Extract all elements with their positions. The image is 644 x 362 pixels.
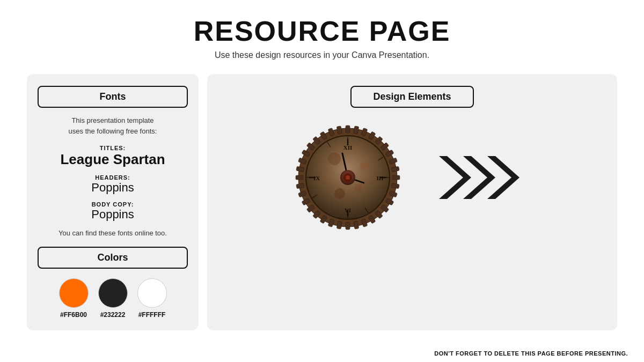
fonts-description: This presentation template uses the foll… xyxy=(38,115,188,136)
body-font-name: Poppins xyxy=(38,208,188,221)
headers-font-name: Poppins xyxy=(38,181,188,195)
gear-clock-image: XII III VI IX xyxy=(294,124,401,231)
white-hex: #FFFFFF xyxy=(138,311,166,319)
svg-rect-28 xyxy=(296,175,303,180)
colors-label: Colors xyxy=(97,252,128,263)
page-title: RESOURCE PAGE xyxy=(194,15,451,47)
svg-rect-1 xyxy=(346,125,350,133)
svg-point-40 xyxy=(334,188,345,199)
color-swatches: #FF6B00 #232222 #FFFFFF xyxy=(38,278,188,319)
svg-marker-64 xyxy=(439,156,471,199)
colors-section-box: Colors xyxy=(38,247,188,269)
swatch-dark: #232222 xyxy=(98,278,128,319)
headers-font-entry: HEADERS: Poppins xyxy=(38,174,188,195)
svg-text:IX: IX xyxy=(313,175,320,181)
orange-hex: #FF6B00 xyxy=(60,311,87,319)
right-panel: Design Elements xyxy=(207,74,617,330)
headers-label: HEADERS: xyxy=(38,174,188,181)
dark-hex: #232222 xyxy=(100,311,126,319)
page-header: RESOURCE PAGE Use these design resources… xyxy=(194,0,451,60)
orange-circle xyxy=(59,278,89,308)
svg-rect-19 xyxy=(346,222,350,230)
footer-note: DON'T FORGET TO DELETE THIS PAGE BEFORE … xyxy=(434,350,628,357)
svg-point-63 xyxy=(346,175,350,180)
svg-point-41 xyxy=(355,184,362,192)
design-elements-box: Design Elements xyxy=(350,86,473,108)
svg-text:XII: XII xyxy=(343,144,353,151)
dark-circle xyxy=(98,278,128,308)
svg-point-39 xyxy=(360,162,368,171)
swatch-orange: #FF6B00 xyxy=(59,278,89,319)
page-subtitle: Use these design resources in your Canva… xyxy=(194,50,451,60)
svg-point-38 xyxy=(328,152,341,165)
white-circle xyxy=(137,278,167,308)
svg-rect-10 xyxy=(392,175,400,180)
triple-arrows xyxy=(434,151,530,204)
main-content: Fonts This presentation template uses th… xyxy=(27,74,617,330)
fonts-note: You can find these fonts online too. xyxy=(38,229,188,237)
titles-font-name: League Spartan xyxy=(38,151,188,168)
design-elements-visuals: XII III VI IX xyxy=(294,124,530,231)
body-label: BODY COPY: xyxy=(38,201,188,208)
titles-font-entry: TITLES: League Spartan xyxy=(38,145,188,168)
fonts-label: Fonts xyxy=(100,91,126,102)
design-elements-label: Design Elements xyxy=(373,91,451,102)
titles-label: TITLES: xyxy=(38,145,188,151)
body-font-entry: BODY COPY: Poppins xyxy=(38,201,188,221)
svg-text:III: III xyxy=(377,175,384,181)
fonts-section-box: Fonts xyxy=(38,86,188,108)
left-panel: Fonts This presentation template uses th… xyxy=(27,74,199,330)
swatch-white: #FFFFFF xyxy=(137,278,167,319)
